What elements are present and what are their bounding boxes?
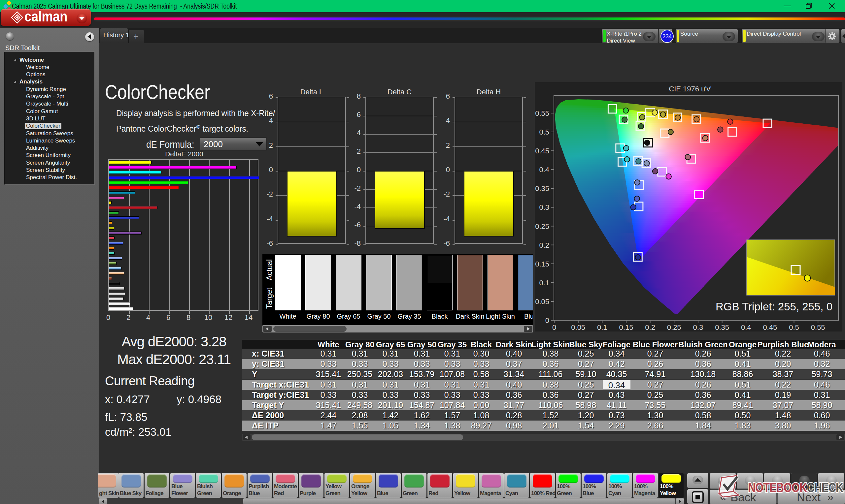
svg-text:0.3: 0.3 bbox=[693, 323, 703, 331]
svg-text:0.55: 0.55 bbox=[811, 323, 825, 331]
svg-text:0.35: 0.35 bbox=[535, 184, 549, 193]
svg-text:CIE 1976 u'v': CIE 1976 u'v' bbox=[669, 85, 711, 93]
svg-text:0.25: 0.25 bbox=[667, 323, 681, 331]
svg-text:0.4: 0.4 bbox=[741, 323, 751, 331]
svg-text:0.2: 0.2 bbox=[645, 323, 655, 331]
svg-text:0.1: 0.1 bbox=[597, 323, 608, 331]
svg-text:0: 0 bbox=[552, 323, 556, 331]
svg-text:0.5: 0.5 bbox=[539, 128, 549, 136]
svg-text:0.4: 0.4 bbox=[539, 166, 549, 174]
svg-text:0: 0 bbox=[545, 316, 549, 325]
svg-text:0.45: 0.45 bbox=[763, 323, 777, 331]
svg-text:0.45: 0.45 bbox=[535, 147, 549, 155]
svg-text:0.2: 0.2 bbox=[539, 241, 549, 249]
svg-text:0.25: 0.25 bbox=[535, 222, 549, 231]
svg-text:0.5: 0.5 bbox=[789, 323, 799, 331]
svg-text:0.3: 0.3 bbox=[539, 203, 549, 212]
svg-text:0.05: 0.05 bbox=[571, 323, 585, 331]
svg-text:0.35: 0.35 bbox=[715, 323, 729, 331]
svg-text:0.55: 0.55 bbox=[535, 109, 549, 118]
svg-text:0.1: 0.1 bbox=[539, 279, 549, 287]
svg-text:0.15: 0.15 bbox=[535, 260, 549, 268]
svg-text:0.05: 0.05 bbox=[535, 298, 549, 306]
svg-text:0.15: 0.15 bbox=[619, 323, 633, 331]
svg-text:RGB Triplet: 255, 255, 0: RGB Triplet: 255, 255, 0 bbox=[716, 301, 832, 313]
